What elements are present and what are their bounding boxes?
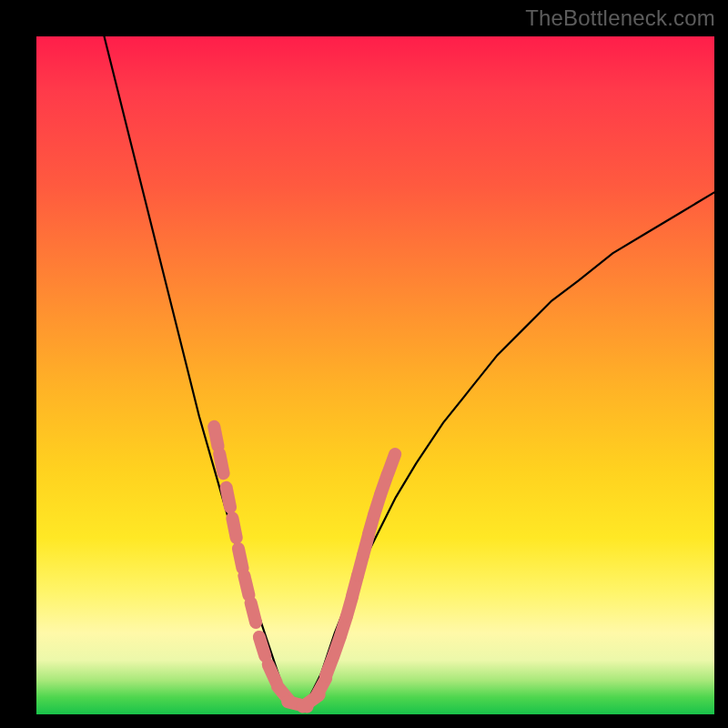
curve-layer — [105, 36, 715, 701]
marker-segment-shade — [389, 454, 396, 473]
marker-segment-shade — [214, 427, 217, 447]
curve-left-branch — [105, 36, 288, 701]
marker-segment-shade — [232, 518, 236, 538]
marker-segment-shade — [244, 576, 248, 595]
marker-segment-shade — [219, 454, 223, 474]
watermark-text: TheBottleneck.com — [525, 5, 715, 31]
chart-svg — [36, 36, 714, 714]
marker-segment-shade — [251, 603, 256, 622]
marker-segment-shade — [259, 637, 266, 656]
marker-segment-shade — [268, 664, 277, 682]
marker-segment-shade — [238, 549, 243, 569]
chart-frame: TheBottleneck.com — [0, 0, 728, 728]
plot-area — [36, 36, 714, 714]
marker-segment-shade — [227, 488, 230, 508]
marker-layer — [214, 427, 395, 707]
curve-right-branch — [308, 192, 714, 701]
